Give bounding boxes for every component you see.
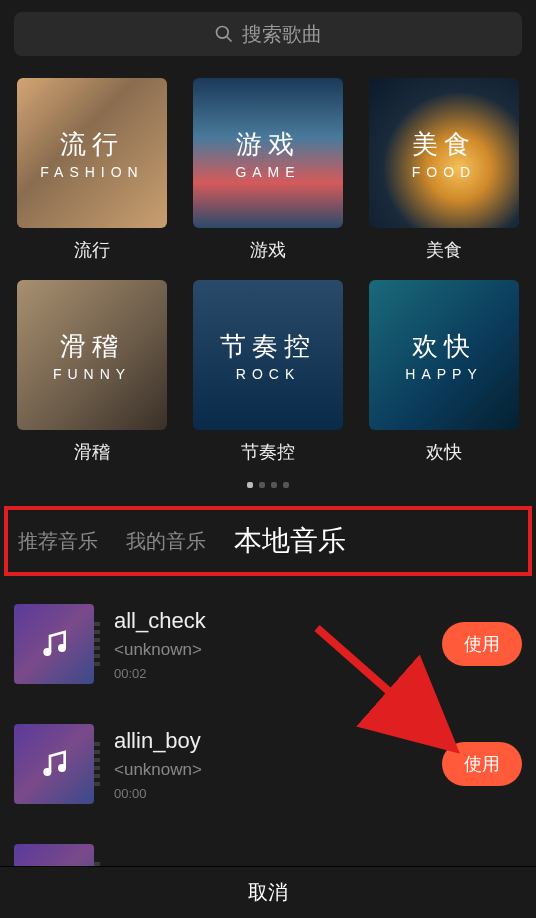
category-tile: 节奏控 ROCK	[193, 280, 343, 430]
category-label: 美食	[426, 238, 462, 262]
song-artist: <unknown>	[114, 760, 422, 780]
search-input[interactable]: 搜索歌曲	[14, 12, 522, 56]
search-placeholder: 搜索歌曲	[242, 21, 322, 48]
song-info: all_check <unknown>00:02	[114, 608, 422, 681]
song-thumbnail	[14, 604, 94, 684]
use-button[interactable]: 使用	[442, 742, 522, 786]
tab-0[interactable]: 推荐音乐	[18, 528, 98, 555]
category-label: 欢快	[426, 440, 462, 464]
category-game[interactable]: 游戏 GAME 游戏	[190, 78, 346, 262]
category-cn: 滑稽	[60, 329, 124, 364]
category-cn: 节奏控	[220, 329, 316, 364]
category-tile: 流行 FASHION	[17, 78, 167, 228]
cancel-button[interactable]: 取消	[0, 866, 536, 918]
category-cn: 流行	[60, 127, 124, 162]
category-tile: 滑稽 FUNNY	[17, 280, 167, 430]
category-fashion[interactable]: 流行 FASHION 流行	[14, 78, 170, 262]
category-label: 节奏控	[241, 440, 295, 464]
music-note-icon	[38, 748, 70, 780]
song-duration: 00:00	[114, 786, 422, 801]
use-button[interactable]: 使用	[442, 622, 522, 666]
category-en: FUNNY	[53, 366, 131, 382]
category-label: 游戏	[250, 238, 286, 262]
cancel-label: 取消	[248, 879, 288, 906]
tab-2[interactable]: 本地音乐	[234, 522, 346, 560]
page-dot[interactable]	[271, 482, 277, 488]
page-dot[interactable]	[283, 482, 289, 488]
category-label: 流行	[74, 238, 110, 262]
svg-point-2	[43, 648, 51, 656]
category-food[interactable]: 美食 FOOD 美食	[366, 78, 522, 262]
svg-point-5	[58, 764, 66, 772]
category-cn: 美食	[412, 127, 476, 162]
svg-point-3	[58, 644, 66, 652]
song-title: allin_boy	[114, 728, 422, 754]
song-duration: 00:02	[114, 666, 422, 681]
music-tabs: 推荐音乐我的音乐本地音乐	[4, 506, 532, 576]
category-funny[interactable]: 滑稽 FUNNY 滑稽	[14, 280, 170, 464]
category-en: GAME	[235, 164, 300, 180]
category-en: ROCK	[236, 366, 300, 382]
svg-point-4	[43, 768, 51, 776]
song-thumbnail	[14, 724, 94, 804]
tab-1[interactable]: 我的音乐	[126, 528, 206, 555]
category-tile: 欢快 HAPPY	[369, 280, 519, 430]
music-note-icon	[38, 628, 70, 660]
page-dot[interactable]	[259, 482, 265, 488]
category-en: HAPPY	[405, 366, 482, 382]
svg-point-0	[217, 27, 229, 39]
svg-line-1	[227, 37, 232, 42]
page-dot[interactable]	[247, 482, 253, 488]
page-dots	[0, 472, 536, 500]
category-tile: 美食 FOOD	[369, 78, 519, 228]
song-title: all_check	[114, 608, 422, 634]
search-icon	[214, 24, 234, 44]
category-tile: 游戏 GAME	[193, 78, 343, 228]
category-label: 滑稽	[74, 440, 110, 464]
song-info: allin_boy <unknown>00:00	[114, 728, 422, 801]
category-happy[interactable]: 欢快 HAPPY 欢快	[366, 280, 522, 464]
category-cn: 欢快	[412, 329, 476, 364]
song-row[interactable]: all_check <unknown>00:02 使用	[14, 588, 522, 708]
category-en: FASHION	[40, 164, 143, 180]
category-en: FOOD	[412, 164, 476, 180]
category-rock[interactable]: 节奏控 ROCK 节奏控	[190, 280, 346, 464]
song-row[interactable]: allin_boy <unknown>00:00 使用	[14, 708, 522, 828]
category-cn: 游戏	[236, 127, 300, 162]
song-artist: <unknown>	[114, 640, 422, 660]
category-grid: 流行 FASHION 流行 游戏 GAME 游戏 美食 FOOD 美食 滑稽 F…	[0, 68, 536, 472]
